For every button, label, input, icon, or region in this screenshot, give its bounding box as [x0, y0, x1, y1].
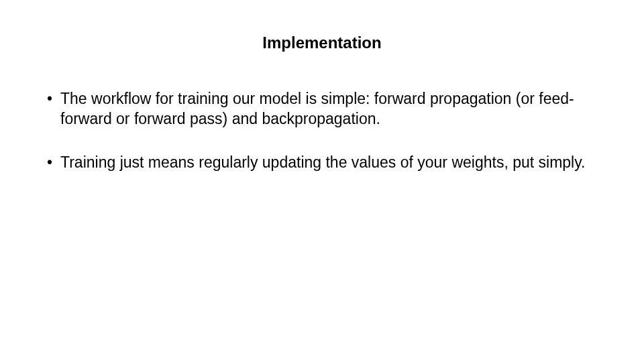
- slide-container: Implementation The workflow for training…: [0, 0, 644, 362]
- list-item: The workflow for training our model is s…: [47, 89, 597, 129]
- list-item: Training just means regularly updating t…: [47, 153, 597, 173]
- bullet-list: The workflow for training our model is s…: [47, 89, 597, 173]
- slide-title: Implementation: [47, 34, 597, 52]
